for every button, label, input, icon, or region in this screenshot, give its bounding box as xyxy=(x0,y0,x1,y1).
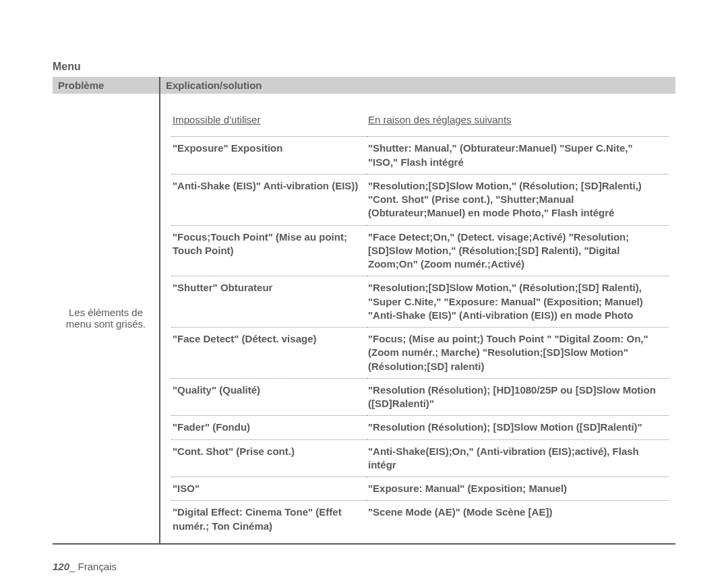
table-row: "Shutter" Obturateur "Resolution;[SD]Slo… xyxy=(171,276,669,328)
inner-header-col1: Impossible d'utiliser xyxy=(171,109,367,137)
feature-reason: "Exposure: Manual" (Exposition; Manuel) xyxy=(367,477,669,501)
header-problem: Problème xyxy=(53,77,160,94)
inner-table: Impossible d'utiliser En raison des régl… xyxy=(171,109,669,538)
feature-name: "Focus;Touch Point" (Mise au point; Touc… xyxy=(171,225,367,276)
table-row: "Fader" (Fondu) "Resolution (Résolution)… xyxy=(171,416,669,439)
feature-name: "Digital Effect: Cinema Tone" (Effet num… xyxy=(171,501,367,538)
feature-reason: "Anti-Shake(EIS);On," (Anti-vibration (E… xyxy=(367,439,669,477)
feature-name: "Anti-Shake (EIS)" Anti-vibration (EIS)) xyxy=(171,174,367,225)
table-body-row: Les éléments de menu sont grisés. Imposs… xyxy=(53,94,675,544)
table-row: "ISO" "Exposure: Manual" (Exposition; Ma… xyxy=(171,477,669,501)
table-row: "Face Detect" (Détect. visage) "Focus; (… xyxy=(171,328,669,379)
troubleshoot-table: Problème Explication/solution Les élémen… xyxy=(53,77,675,545)
page-footer: 120_ Français xyxy=(53,561,675,572)
manual-page: Menu Problème Explication/solution Les é… xyxy=(0,0,728,585)
table-row: "Focus;Touch Point" (Mise au point; Touc… xyxy=(171,225,669,276)
table-row: "Digital Effect: Cinema Tone" (Effet num… xyxy=(171,501,669,538)
feature-name: "Quality" (Qualité) xyxy=(171,378,367,416)
table-header-row: Problème Explication/solution xyxy=(53,77,675,94)
feature-reason: "Scene Mode (AE)" (Mode Scène [AE]) xyxy=(367,501,669,538)
explanation-cell: Impossible d'utiliser En raison des régl… xyxy=(160,94,675,544)
table-row: "Cont. Shot" (Prise cont.) "Anti-Shake(E… xyxy=(171,439,669,477)
feature-reason: "Shutter: Manual," (Obturateur:Manuel) "… xyxy=(367,137,669,175)
feature-name: "ISO" xyxy=(171,477,367,501)
feature-reason: "Resolution;[SD]Slow Motion," (Résolutio… xyxy=(367,174,669,225)
feature-reason: "Focus; (Mise au point;) Touch Point " "… xyxy=(367,328,669,379)
table-row: "Anti-Shake (EIS)" Anti-vibration (EIS))… xyxy=(171,174,669,225)
table-row: "Quality" (Qualité) "Resolution (Résolut… xyxy=(171,378,669,416)
feature-reason: "Face Detect;On," (Detect. visage;Activé… xyxy=(367,225,669,276)
inner-header-row: Impossible d'utiliser En raison des régl… xyxy=(171,109,669,137)
feature-name: "Fader" (Fondu) xyxy=(171,416,367,439)
inner-header-col2: En raison des réglages suivants xyxy=(367,109,669,137)
feature-name: "Face Detect" (Détect. visage) xyxy=(171,328,367,379)
feature-name: "Exposure" Exposition xyxy=(171,137,367,175)
table-row: "Exposure" Exposition "Shutter: Manual,"… xyxy=(171,137,669,175)
header-explanation: Explication/solution xyxy=(160,77,675,94)
feature-name: "Cont. Shot" (Prise cont.) xyxy=(171,439,367,477)
problem-cell: Les éléments de menu sont grisés. xyxy=(53,94,160,544)
page-number: 120 xyxy=(53,561,69,572)
feature-reason: "Resolution (Résolution); [HD]1080/25P o… xyxy=(367,378,669,416)
section-title: Menu xyxy=(53,61,675,73)
feature-name: "Shutter" Obturateur xyxy=(171,276,367,328)
footer-sep: _ xyxy=(69,561,78,572)
feature-reason: "Resolution;[SD]Slow Motion," (Résolutio… xyxy=(367,276,669,328)
feature-reason: "Resolution (Résolution); [SD]Slow Motio… xyxy=(367,416,669,439)
footer-language: Français xyxy=(78,561,117,572)
